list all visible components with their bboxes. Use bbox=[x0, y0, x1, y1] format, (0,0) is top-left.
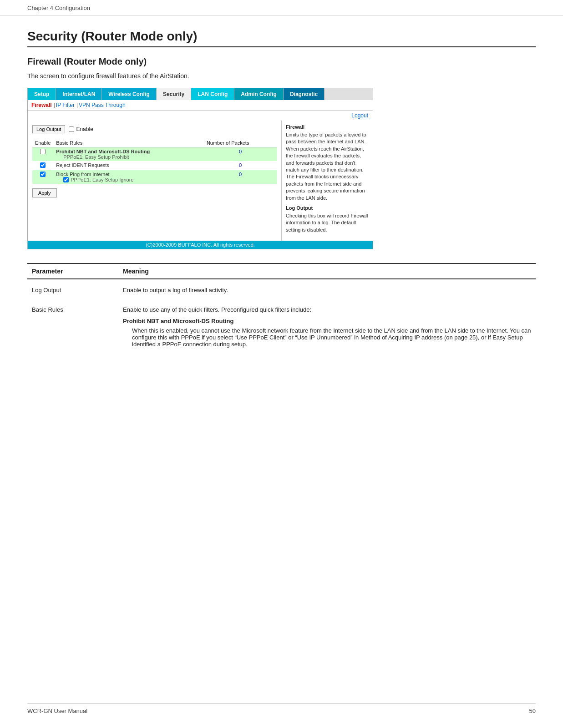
enable-checkbox[interactable] bbox=[69, 126, 74, 132]
nav-tab-internetlan[interactable]: Internet/LAN bbox=[56, 88, 102, 100]
table-row: Block Ping from InternetPPPoE1: Easy Set… bbox=[32, 170, 277, 184]
router-ui: Setup Internet/LAN Wireless Config Secur… bbox=[27, 88, 373, 249]
subnav-firewall[interactable]: Firewall bbox=[31, 102, 52, 108]
sub-rule-0: PPPoE1: Easy Setup Prohibit bbox=[56, 154, 201, 160]
param-name-1: Basic Rules bbox=[27, 300, 118, 354]
packets-1: 0 bbox=[204, 161, 277, 170]
param-name-0: Log Output bbox=[27, 279, 118, 300]
rule-name-1: Reject IDENT Requests bbox=[56, 162, 201, 168]
ui-main-panel: Log Output Enable Enable Basic Rules Num… bbox=[28, 121, 282, 241]
breadcrumb: Chapter 4 Configuration bbox=[0, 0, 563, 15]
col-basic-rules: Basic Rules bbox=[53, 139, 204, 147]
enable-label[interactable]: Enable bbox=[69, 126, 93, 132]
nav-tab-security[interactable]: Security bbox=[157, 88, 191, 100]
sidebar-firewall-text: Limits the type of packets allowed to pa… bbox=[286, 131, 369, 202]
enable-text: Enable bbox=[76, 126, 93, 132]
param-table: Parameter Meaning Log OutputEnable to ou… bbox=[27, 263, 536, 354]
subnav-vpnpassthrough[interactable]: VPN Pass Through bbox=[79, 102, 126, 108]
nav-tab-adminconfig[interactable]: Admin Config bbox=[234, 88, 284, 100]
footer-left: WCR-GN User Manual bbox=[27, 708, 87, 714]
col-enable: Enable bbox=[32, 139, 53, 147]
sidebar-firewall-heading: Firewall bbox=[286, 124, 369, 130]
table-row: Reject IDENT Requests0 bbox=[32, 161, 277, 170]
rules-table: Enable Basic Rules Number of Packets Pro… bbox=[32, 139, 277, 184]
rule-enable-checkbox-0[interactable] bbox=[40, 149, 46, 154]
section-desc: The screen to configure firewall feature… bbox=[27, 72, 536, 80]
rule-enable-checkbox-2[interactable] bbox=[40, 172, 46, 177]
nav-tab-diagnostic[interactable]: Diagnostic bbox=[284, 88, 325, 100]
param-row: Basic RulesEnable to use any of the quic… bbox=[27, 300, 536, 354]
rule-enable-checkbox-1[interactable] bbox=[40, 162, 46, 168]
rule-name-2: Block Ping from Internet bbox=[56, 172, 201, 177]
nav-tab-setup[interactable]: Setup bbox=[28, 88, 56, 100]
apply-button[interactable]: Apply bbox=[32, 188, 57, 197]
nav-tab-lanconfig[interactable]: LAN Config bbox=[191, 88, 234, 100]
param-sub-heading-1: Prohibit NBT and Microsoft-DS Routing bbox=[123, 318, 531, 324]
top-nav: Setup Internet/LAN Wireless Config Secur… bbox=[28, 88, 373, 100]
log-output-row: Log Output Enable bbox=[32, 125, 277, 133]
nav-tab-wirelessconfig[interactable]: Wireless Config bbox=[102, 88, 157, 100]
packets-0: 0 bbox=[204, 147, 277, 162]
sub-nav: Firewall | IP Filter | VPN Pass Through bbox=[28, 100, 373, 111]
subnav-ipfilter[interactable]: IP Filter bbox=[56, 102, 75, 108]
sub-rule-2: PPPoE1: Easy Setup Ignore bbox=[56, 177, 201, 182]
param-meaning-1: Enable to use any of the quick filters. … bbox=[118, 300, 536, 354]
param-col-header: Parameter bbox=[27, 263, 118, 279]
param-sub-text-1: When this is enabled, you cannot use the… bbox=[123, 327, 531, 348]
logout-link[interactable]: Logout bbox=[351, 112, 368, 119]
log-output-button[interactable]: Log Output bbox=[32, 125, 65, 133]
sub-checkbox-2[interactable] bbox=[63, 177, 69, 182]
param-row: Log OutputEnable to output a log of fire… bbox=[27, 279, 536, 300]
page-title: Security (Router Mode only) bbox=[27, 29, 536, 47]
ui-footer: (C)2000-2009 BUFFALO INC. All rights res… bbox=[28, 241, 373, 249]
packets-2: 0 bbox=[204, 170, 277, 184]
rule-name-0: Prohibit NBT and Microsoft-DS Routing bbox=[56, 149, 201, 154]
ui-body: Log Output Enable Enable Basic Rules Num… bbox=[28, 121, 373, 241]
footer-right: 50 bbox=[529, 708, 536, 714]
sidebar-logoutput-text: Checking this box will record Firewall i… bbox=[286, 212, 369, 233]
param-meaning-0: Enable to output a log of firewall activ… bbox=[118, 279, 536, 300]
section-title: Firewall (Router Mode only) bbox=[27, 56, 536, 67]
logout-row: Logout bbox=[28, 111, 373, 121]
sidebar-logoutput-heading: Log Output bbox=[286, 205, 369, 211]
ui-sidebar: Firewall Limits the type of packets allo… bbox=[282, 121, 373, 241]
table-row: Prohibit NBT and Microsoft-DS RoutingPPP… bbox=[32, 147, 277, 162]
col-packets: Number of Packets bbox=[204, 139, 277, 147]
page-footer: WCR-GN User Manual 50 bbox=[27, 703, 536, 714]
meaning-col-header: Meaning bbox=[118, 263, 536, 279]
